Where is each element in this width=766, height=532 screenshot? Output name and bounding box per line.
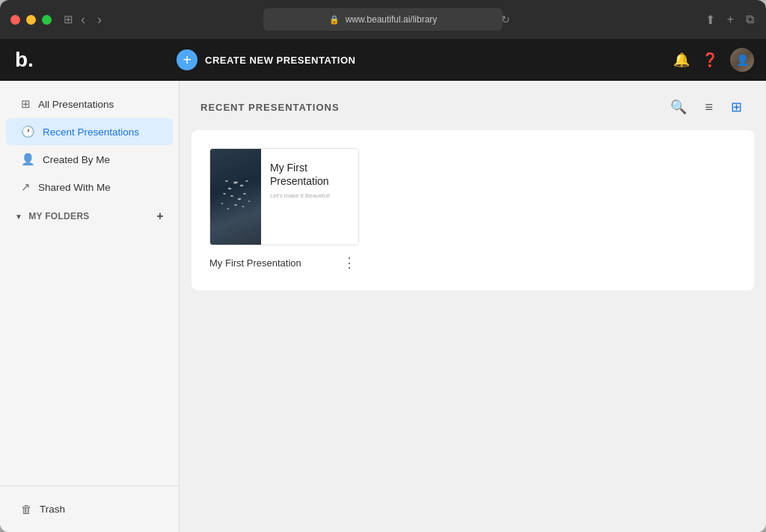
- thumbnail-content: My First Presentation Let's make it Beau…: [261, 149, 358, 245]
- svg-point-6: [237, 198, 241, 200]
- birds-svg: [213, 168, 258, 227]
- grid-icon: ⊞: [21, 97, 31, 111]
- presentation-card[interactable]: My First Presentation Let's make it Beau…: [209, 148, 359, 272]
- app-bar: b. + CREATE NEW PRESENTATION 🔔 ❓ 👤: [0, 39, 766, 81]
- create-label: CREATE NEW PRESENTATION: [205, 55, 355, 66]
- create-icon: +: [177, 49, 197, 70]
- birds-decoration: [210, 149, 261, 245]
- sidebar-item-recent-presentations[interactable]: 🕐 Recent Presentations: [6, 118, 173, 145]
- share-button[interactable]: ⬆: [704, 11, 717, 28]
- content-actions: 🔍 ≡ ⊞: [667, 96, 745, 118]
- svg-point-1: [227, 188, 231, 190]
- svg-point-10: [227, 208, 229, 210]
- content-header: RECENT PRESENTATIONS 🔍 ≡ ⊞: [180, 81, 766, 130]
- my-folders-section: ▼ MY FOLDERS +: [0, 204, 179, 229]
- filter-button[interactable]: ≡: [702, 97, 716, 118]
- sidebar-item-label: All Presentations: [38, 99, 114, 110]
- window-controls: [10, 15, 52, 25]
- svg-point-11: [242, 206, 244, 207]
- url-text: www.beautiful.ai/library: [346, 14, 438, 25]
- lock-icon: 🔒: [329, 15, 340, 25]
- app-logo: b.: [12, 48, 177, 72]
- thumb-subtitle: Let's make it Beautiful!: [270, 192, 349, 199]
- sidebar-item-trash[interactable]: 🗑 Trash: [6, 496, 173, 522]
- presentation-info: My First Presentation ⋮: [209, 253, 359, 272]
- share-icon: ↗: [21, 180, 31, 194]
- sidebar-item-all-presentations[interactable]: ⊞ All Presentations: [6, 91, 173, 117]
- svg-point-2: [239, 185, 243, 187]
- content-area: RECENT PRESENTATIONS 🔍 ≡ ⊞: [180, 81, 766, 532]
- trash-icon: 🗑: [21, 503, 32, 516]
- layout-icon: ⊞: [64, 13, 73, 26]
- maximize-button[interactable]: [42, 15, 52, 25]
- reload-button[interactable]: ↻: [501, 13, 510, 25]
- close-button[interactable]: [10, 15, 20, 25]
- sidebar-footer: 🗑 Trash: [0, 486, 179, 532]
- minimize-button[interactable]: [26, 15, 36, 25]
- sidebar-item-shared-with-me[interactable]: ↗ Shared With Me: [6, 174, 173, 201]
- svg-point-12: [221, 203, 223, 204]
- folders-toggle-icon[interactable]: ▼: [15, 213, 22, 221]
- avatar-image: 👤: [730, 48, 754, 72]
- add-folder-icon[interactable]: +: [156, 210, 164, 223]
- main-layout: ⊞ All Presentations 🕐 Recent Presentatio…: [0, 81, 766, 532]
- svg-point-0: [233, 181, 238, 184]
- presentations-area: My First Presentation Let's make it Beau…: [180, 130, 766, 290]
- new-tab-button[interactable]: +: [726, 11, 735, 28]
- avatar[interactable]: 👤: [730, 48, 754, 72]
- sidebar-item-label: Trash: [40, 504, 65, 515]
- presentation-menu-button[interactable]: ⋮: [340, 253, 359, 272]
- sidebar-nav: ⊞ All Presentations 🕐 Recent Presentatio…: [0, 81, 179, 486]
- svg-point-8: [245, 180, 248, 182]
- svg-point-5: [230, 195, 233, 197]
- presentation-name: My First Presentation: [209, 257, 301, 269]
- help-button[interactable]: ❓: [702, 52, 718, 68]
- sidebar-item-created-by-me[interactable]: 👤 Created By Me: [6, 146, 173, 173]
- thumbnail-image: [210, 149, 261, 245]
- svg-point-7: [223, 193, 226, 195]
- presentations-grid: My First Presentation Let's make it Beau…: [192, 130, 754, 290]
- person-icon: 👤: [21, 153, 35, 166]
- search-button[interactable]: 🔍: [667, 96, 690, 118]
- svg-point-4: [243, 193, 246, 195]
- folders-label: MY FOLDERS: [28, 211, 89, 221]
- title-bar-actions: ⬆ + ⧉: [704, 11, 756, 28]
- clock-icon: 🕐: [21, 125, 35, 138]
- back-button[interactable]: ‹: [76, 11, 90, 28]
- forward-button[interactable]: ›: [93, 11, 106, 28]
- tabs-button[interactable]: ⧉: [744, 11, 756, 28]
- sidebar-item-label: Created By Me: [43, 154, 110, 165]
- thumb-title: My First Presentation: [270, 161, 349, 188]
- nav-controls: ⊞ ‹ ›: [62, 11, 106, 28]
- svg-point-3: [225, 180, 228, 183]
- title-bar: ⊞ ‹ › 🔒 www.beautiful.ai/library ↻ ⬆ + ⧉: [0, 0, 766, 39]
- app-bar-right: 🔔 ❓ 👤: [673, 48, 754, 72]
- presentation-thumbnail: My First Presentation Let's make it Beau…: [209, 148, 359, 245]
- notifications-button[interactable]: 🔔: [673, 52, 690, 68]
- sidebar: ⊞ All Presentations 🕐 Recent Presentatio…: [0, 81, 180, 532]
- grid-view-button[interactable]: ⊞: [728, 96, 745, 118]
- create-presentation-button[interactable]: + CREATE NEW PRESENTATION: [177, 49, 673, 70]
- sidebar-item-label: Shared With Me: [38, 182, 111, 193]
- section-title: RECENT PRESENTATIONS: [200, 102, 340, 113]
- svg-point-13: [248, 201, 250, 202]
- svg-point-9: [234, 204, 237, 206]
- browser-window: ⊞ ‹ › 🔒 www.beautiful.ai/library ↻ ⬆ + ⧉…: [0, 0, 766, 532]
- address-bar[interactable]: 🔒 www.beautiful.ai/library: [263, 8, 503, 31]
- sidebar-item-label: Recent Presentations: [43, 126, 139, 138]
